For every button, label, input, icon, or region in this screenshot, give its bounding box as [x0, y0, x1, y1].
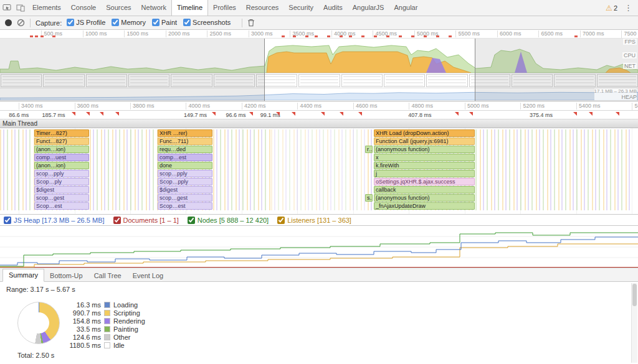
- overflow-menu-icon[interactable]: ⋮: [622, 3, 634, 12]
- timing-duration-label: 375.4 ms: [530, 112, 553, 118]
- screenshot-content: [300, 76, 338, 86]
- main-thread-flamechart[interactable]: Timer…827)Funct…827)(anon…ion)comp…uest(…: [0, 128, 638, 215]
- screenshot-thumbnail[interactable]: [298, 74, 340, 87]
- capture-screenshots-checkbox[interactable]: [183, 19, 191, 26]
- flame-event-bar[interactable]: Func…711): [158, 138, 212, 145]
- flame-event-bar[interactable]: j: [374, 170, 475, 177]
- flame-event-bar[interactable]: r…: [365, 146, 373, 153]
- tab-network[interactable]: Network: [136, 0, 171, 16]
- flame-event-bar[interactable]: s…: [365, 194, 373, 202]
- legend-name: Painting: [113, 325, 138, 333]
- long-task-warning-icon: [469, 112, 473, 116]
- flame-event-bar[interactable]: (anon…ion): [34, 162, 89, 169]
- flame-event-bar[interactable]: Funct…827): [34, 138, 89, 145]
- flame-event-bar[interactable]: scop…pply: [158, 170, 212, 177]
- flame-event-bar[interactable]: $digest: [158, 186, 212, 194]
- flame-event-bar[interactable]: done: [158, 162, 212, 169]
- flame-event-bar[interactable]: callback: [374, 186, 475, 194]
- long-task-mark: [40, 35, 44, 37]
- tab-console[interactable]: Console: [66, 0, 101, 16]
- flame-event-bar[interactable]: _fnAjaxUpdateDraw: [374, 202, 475, 210]
- counter-js-heap[interactable]: JS Heap [17.3 MB – 26.5 MB]: [4, 217, 105, 224]
- counter-documents[interactable]: Documents [1 – 1]: [113, 217, 179, 224]
- memory-counters-graph[interactable]: [0, 226, 638, 268]
- device-toolbar-icon[interactable]: [14, 4, 27, 12]
- details-tab-summary[interactable]: Summary: [2, 269, 44, 282]
- screenshot-thumbnail[interactable]: [341, 74, 383, 87]
- flame-event-bar[interactable]: scop…pply: [34, 170, 89, 177]
- capture-js-profile[interactable]: JS Profile: [67, 19, 105, 26]
- long-task-warning-icon: [573, 112, 577, 116]
- flame-gridline: [520, 128, 521, 214]
- main-thread-label: Main Thread: [2, 120, 37, 127]
- js-heap-line: [0, 237, 638, 265]
- flame-event-bar[interactable]: XHR Load (dropDown.action): [374, 129, 475, 137]
- counter-checkbox[interactable]: [113, 217, 121, 224]
- flame-event-bar[interactable]: Scop…est: [158, 202, 212, 210]
- garbage-collect-button[interactable]: [247, 19, 255, 27]
- tab-angularjs[interactable]: AngularJS: [348, 0, 389, 16]
- flame-event-bar[interactable]: scop…gest: [34, 194, 89, 202]
- flame-event-bar[interactable]: Scop…est: [34, 202, 89, 210]
- tab-audits[interactable]: Audits: [318, 0, 348, 16]
- capture-screenshots[interactable]: Screenshots: [183, 19, 231, 26]
- long-task-mark: [349, 35, 352, 37]
- clear-icon: [17, 19, 25, 27]
- flame-event-bar[interactable]: (anon…ion): [34, 146, 89, 153]
- tab-security[interactable]: Security: [283, 0, 318, 16]
- flame-event-bar[interactable]: comp…uest: [34, 154, 89, 161]
- counter-checkbox[interactable]: [277, 217, 285, 224]
- capture-paint-checkbox[interactable]: [152, 19, 160, 26]
- fps-label: FPS: [623, 39, 637, 45]
- record-button[interactable]: [5, 19, 12, 26]
- tab-resources[interactable]: Resources: [241, 0, 284, 16]
- details-tab-bottom-up[interactable]: Bottom-Up: [44, 270, 88, 282]
- scrollbar-thumb[interactable]: [632, 284, 637, 306]
- counter-nodes[interactable]: Nodes [5 888 – 12 420]: [188, 217, 269, 224]
- overview-dim-left: [0, 39, 265, 101]
- flame-event-bar[interactable]: $digest: [34, 186, 89, 194]
- heap-range-label: 17.1 MB – 26.3 MB: [594, 88, 637, 94]
- flame-event-bar[interactable]: Scop…pply: [158, 178, 212, 185]
- flame-event-bar[interactable]: scop…gest: [158, 194, 212, 202]
- screenshot-thumbnail[interactable]: [426, 74, 467, 87]
- flame-event-bar[interactable]: Function Call (jquery.js:6981): [374, 138, 475, 145]
- counter-checkbox[interactable]: [188, 217, 195, 224]
- tab-timeline[interactable]: Timeline: [171, 0, 208, 16]
- flame-event-bar[interactable]: comp…est: [158, 154, 212, 161]
- counter-listeners[interactable]: Listeners [131 – 363]: [277, 217, 351, 224]
- long-task-mark: [52, 35, 55, 37]
- flame-event-bar[interactable]: Scop…ply: [34, 178, 89, 185]
- tab-profiles[interactable]: Profiles: [208, 0, 241, 16]
- inspect-element-icon[interactable]: [0, 4, 14, 12]
- overview-time-ruler: 500 ms1000 ms1500 ms2000 ms2500 ms3000 m…: [0, 30, 638, 39]
- screenshot-thumbnail[interactable]: [384, 74, 425, 87]
- flame-event-bar[interactable]: x: [374, 154, 475, 161]
- tab-elements[interactable]: Elements: [27, 0, 66, 16]
- flame-event-bar[interactable]: k.fireWith: [374, 162, 475, 169]
- flame-event-bar[interactable]: oSettings.jqXHR.$.ajax.success: [374, 178, 475, 185]
- details-tab-event-log[interactable]: Event Log: [127, 270, 169, 282]
- capture-paint[interactable]: Paint: [152, 19, 177, 26]
- main-thread-header[interactable]: Main Thread: [0, 119, 638, 128]
- flame-event-bar[interactable]: requ…ded: [158, 146, 212, 153]
- capture-memory-checkbox[interactable]: [112, 19, 119, 26]
- details-tab-call-tree[interactable]: Call Tree: [88, 270, 127, 282]
- flame-event-bar[interactable]: (anonymous function): [374, 194, 475, 202]
- flame-gridline: [353, 128, 354, 214]
- flame-event-bar[interactable]: Timer…827): [34, 129, 89, 137]
- counter-checkbox[interactable]: [4, 217, 11, 224]
- tab-sources[interactable]: Sources: [101, 0, 136, 16]
- flame-event-bar[interactable]: (anonymous function): [374, 146, 475, 153]
- capture-js-profile-checkbox[interactable]: [67, 19, 74, 26]
- net-label: NET: [623, 63, 637, 69]
- flame-event-bar[interactable]: XHR …rer): [158, 129, 212, 137]
- clear-button[interactable]: [17, 19, 25, 27]
- capture-memory[interactable]: Memory: [112, 19, 146, 26]
- flame-time-label: 4200 ms: [242, 103, 266, 110]
- console-warning-badge[interactable]: ⚠ 2: [606, 4, 617, 12]
- timeline-overview[interactable]: 500 ms1000 ms1500 ms2000 ms2500 ms3000 m…: [0, 30, 638, 101]
- details-scrollbar[interactable]: [631, 283, 637, 363]
- long-task-warning-icon: [212, 112, 216, 116]
- tab-angular[interactable]: Angular: [389, 0, 422, 16]
